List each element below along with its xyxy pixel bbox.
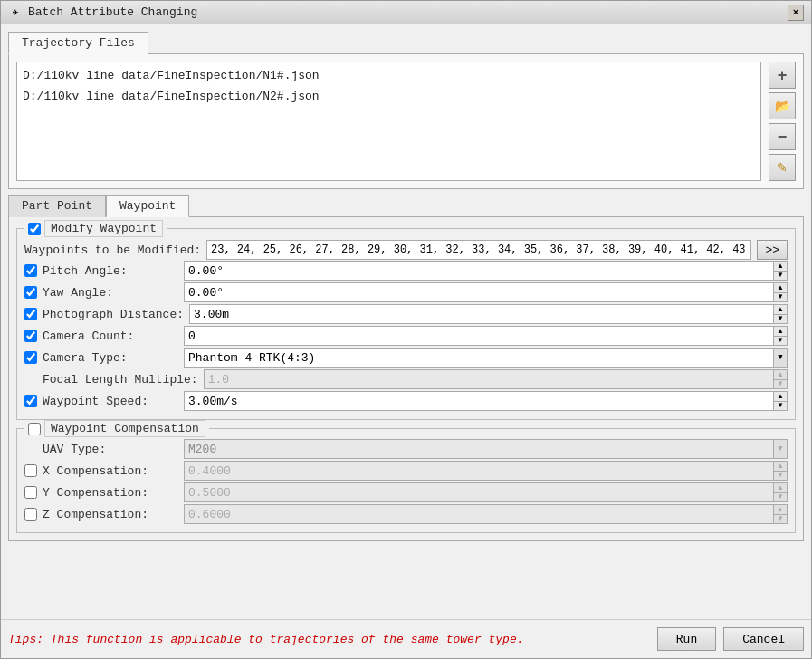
pitch-row: Pitch Angle: ▲ ▼ (24, 260, 788, 282)
camera-type-checkbox[interactable] (24, 351, 37, 364)
z-comp-down[interactable]: ▼ (774, 515, 787, 524)
camera-type-row: Camera Type: ▼ (24, 347, 788, 368)
y-comp-input (184, 482, 774, 502)
pitch-down[interactable]: ▼ (774, 272, 787, 281)
camera-count-down[interactable]: ▼ (774, 337, 787, 346)
camera-count-label: Camera Count: (43, 330, 178, 343)
y-comp-down[interactable]: ▼ (774, 493, 787, 502)
pitch-input-wrap: ▲ ▼ (184, 261, 788, 281)
pitch-up[interactable]: ▲ (774, 262, 787, 272)
x-comp-spin: ▲ ▼ (774, 461, 788, 481)
folder-button[interactable]: 📂 (769, 92, 796, 119)
tab-waypoint[interactable]: Waypoint (106, 195, 189, 217)
y-comp-spin: ▲ ▼ (774, 482, 788, 502)
y-comp-checkbox[interactable] (24, 486, 37, 499)
waypoint-speed-wrap: ▲ ▼ (184, 391, 788, 411)
minus-icon: − (778, 128, 788, 147)
camera-count-wrap: ▲ ▼ (184, 326, 788, 346)
pencil-icon: ✎ (777, 160, 788, 175)
z-comp-input (184, 504, 774, 524)
modify-waypoint-checkbox[interactable] (28, 223, 41, 235)
expand-waypoints-button[interactable]: >> (757, 240, 788, 260)
yaw-checkbox[interactable] (24, 286, 37, 299)
waypoint-speed-down[interactable]: ▼ (774, 402, 787, 411)
focal-length-wrap: ▲ ▼ (204, 369, 788, 389)
waypoint-speed-input[interactable] (184, 391, 774, 411)
yaw-row: Yaw Angle: ▲ ▼ (24, 282, 788, 303)
folder-icon: 📂 (775, 99, 790, 113)
z-comp-spin: ▲ ▼ (774, 504, 788, 524)
file-entry-2: D:/110kv line data/FineInspection/N2#.js… (21, 87, 757, 108)
y-comp-row: Y Compensation: ▲ ▼ (24, 482, 788, 503)
y-comp-up[interactable]: ▲ (774, 483, 787, 493)
camera-type-wrap: ▼ (184, 348, 788, 368)
cancel-button[interactable]: Cancel (723, 627, 804, 651)
trajectory-tab-content: D:/110kv line data/FineInspection/N1#.js… (8, 53, 804, 189)
photo-dist-row: Photograph Distance: ▲ ▼ (24, 303, 788, 325)
tab-part-point[interactable]: Part Point (8, 195, 106, 217)
settings-section: Part Point Waypoint Modify Waypoint Wayp… (8, 195, 804, 541)
run-button[interactable]: Run (657, 627, 716, 651)
photo-dist-input[interactable] (189, 304, 774, 324)
focal-length-up[interactable]: ▲ (774, 370, 787, 380)
waypoint-speed-up[interactable]: ▲ (774, 392, 787, 402)
photo-dist-wrap: ▲ ▼ (189, 304, 788, 324)
modify-waypoint-title: Modify Waypoint (44, 220, 163, 237)
photo-dist-checkbox[interactable] (24, 308, 37, 320)
window-title: Batch Attribute Changing (28, 5, 197, 19)
y-comp-label: Y Compensation: (43, 486, 178, 500)
pitch-spin: ▲ ▼ (774, 261, 788, 281)
x-comp-label: X Compensation: (43, 464, 178, 478)
focal-length-down[interactable]: ▼ (774, 380, 787, 389)
x-comp-up[interactable]: ▲ (774, 462, 787, 472)
yaw-up[interactable]: ▲ (774, 283, 787, 293)
pitch-input[interactable] (184, 261, 774, 281)
bottom-bar: Tips: This function is applicable to tra… (1, 619, 811, 658)
waypoint-tab-content: Modify Waypoint Waypoints to be Modified… (8, 216, 804, 541)
y-comp-wrap: ▲ ▼ (184, 482, 788, 502)
camera-count-checkbox[interactable] (24, 330, 37, 342)
yaw-input[interactable] (184, 282, 774, 302)
file-action-buttons: + 📂 − ✎ (769, 62, 796, 181)
photo-dist-up[interactable]: ▲ (774, 305, 787, 315)
photo-dist-down[interactable]: ▼ (774, 315, 787, 324)
close-button[interactable]: × (788, 5, 804, 21)
app-icon: ✈ (8, 5, 23, 20)
x-comp-checkbox[interactable] (24, 464, 37, 477)
uav-type-wrap: ▼ (184, 439, 788, 459)
z-comp-checkbox[interactable] (24, 508, 37, 521)
camera-count-input[interactable] (184, 326, 774, 346)
edit-file-button[interactable]: ✎ (769, 154, 796, 181)
yaw-down[interactable]: ▼ (774, 293, 787, 302)
camera-type-input[interactable] (184, 348, 788, 368)
waypoint-speed-checkbox[interactable] (24, 395, 37, 407)
remove-file-button[interactable]: − (769, 123, 796, 150)
waypoint-compensation-title: Waypoint Compensation (44, 420, 205, 437)
camera-count-up[interactable]: ▲ (774, 327, 787, 337)
tab-trajectory-files[interactable]: Trajectory Files (8, 32, 148, 54)
waypoint-speed-label: Waypoint Speed: (43, 395, 178, 408)
z-comp-up[interactable]: ▲ (774, 505, 787, 515)
waypoints-input[interactable] (206, 240, 751, 260)
add-file-button[interactable]: + (769, 62, 796, 89)
waypoint-speed-row: Waypoint Speed: ▲ ▼ (24, 390, 788, 412)
photo-dist-label: Photograph Distance: (43, 308, 184, 321)
uav-type-input (184, 439, 788, 459)
pitch-checkbox[interactable] (24, 264, 37, 277)
x-comp-wrap: ▲ ▼ (184, 461, 788, 481)
x-comp-input (184, 461, 774, 481)
x-comp-down[interactable]: ▼ (774, 472, 787, 481)
title-bar: ✈ Batch Attribute Changing × (1, 1, 811, 24)
camera-type-label: Camera Type: (43, 351, 178, 365)
waypoint-speed-spin: ▲ ▼ (774, 391, 788, 411)
trajectory-section: Trajectory Files D:/110kv line data/Fine… (8, 32, 804, 189)
camera-count-spin: ▲ ▼ (774, 326, 788, 346)
modify-waypoint-group: Modify Waypoint Waypoints to be Modified… (16, 228, 796, 420)
focal-length-row: Focal Length Multiple: ▲ ▼ (24, 368, 788, 390)
waypoints-row: Waypoints to be Modified: >> (24, 240, 788, 260)
yaw-spin: ▲ ▼ (774, 282, 788, 302)
waypoint-compensation-checkbox[interactable] (28, 423, 41, 435)
focal-length-spin: ▲ ▼ (774, 369, 788, 389)
file-list[interactable]: D:/110kv line data/FineInspection/N1#.js… (16, 62, 761, 181)
z-comp-row: Z Compensation: ▲ ▼ (24, 503, 788, 525)
